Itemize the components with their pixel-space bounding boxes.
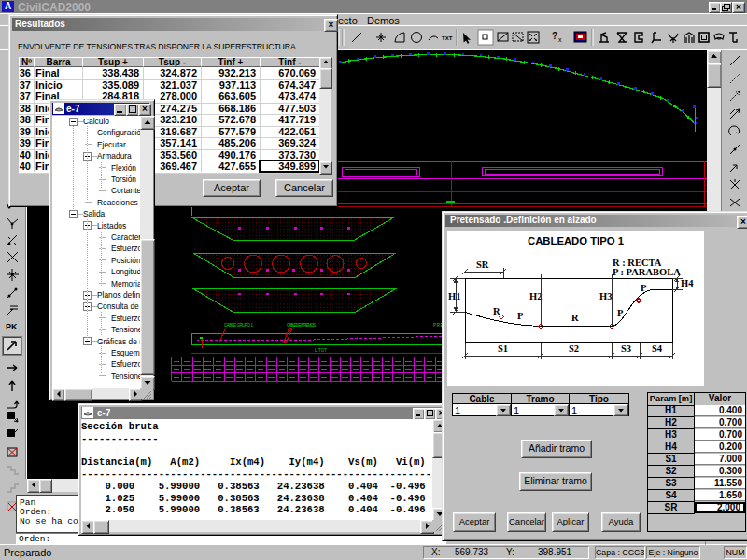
svg-text:x: x [558, 36, 562, 43]
svg-text:CABLES EXTREMOS: CABLES EXTREMOS [287, 323, 316, 328]
svg-text:H2: H2 [529, 291, 542, 301]
svg-text:SR: SR [476, 259, 489, 270]
svg-text:PK: PK [6, 322, 18, 331]
svg-text:P: P [617, 308, 624, 318]
svg-text:?: ? [552, 31, 557, 41]
svg-text:S3: S3 [621, 343, 631, 354]
svg-text:H4: H4 [681, 278, 694, 288]
svg-text:S1: S1 [498, 343, 508, 354]
svg-text:L.TOT: L.TOT [315, 348, 327, 353]
svg-text:H3: H3 [599, 291, 612, 301]
svg-text:S2: S2 [569, 343, 579, 354]
svg-text:CABLE GRUPO 1: CABLE GRUPO 1 [224, 323, 253, 328]
svg-text:CABLEADO TIPO 1: CABLEADO TIPO 1 [528, 235, 624, 246]
svg-text:R: R [493, 306, 500, 316]
svg-text:TXT: TXT [442, 35, 453, 41]
svg-text:H1: H1 [448, 291, 460, 301]
svg-text:S4: S4 [652, 343, 663, 354]
svg-text:P: P [641, 283, 647, 293]
svg-text:R: R [571, 313, 579, 323]
svg-text:P : PARABOLA: P : PARABOLA [613, 267, 681, 277]
svg-text:P: P [517, 311, 524, 321]
